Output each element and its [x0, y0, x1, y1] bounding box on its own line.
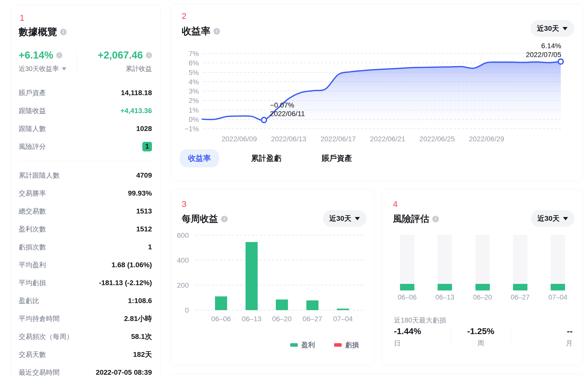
stat-row: 賬戶資產14,118.18	[19, 84, 152, 102]
y-axis-tick: 400	[177, 256, 189, 264]
drawdown-label: 月	[566, 339, 573, 348]
stat-row: 累計跟隨人數4709	[19, 166, 152, 184]
stat-row: 平均持倉時間2.81小時	[19, 310, 152, 328]
stat-label: 跟隨收益	[19, 106, 46, 115]
legend-item[interactable]: 盈利	[290, 340, 315, 349]
area-fill	[202, 62, 561, 131]
rate-tab-2[interactable]: 累計盈虧	[243, 149, 289, 167]
rate-panel-title: 收益率	[182, 25, 210, 38]
stat-row: 最近交易時間2022-07-05 08:39	[19, 363, 152, 377]
y-axis-tick: 1%	[189, 106, 199, 114]
cumulative-profit-label: 累計收益	[126, 64, 152, 73]
y-axis-tick: −1%	[184, 125, 199, 133]
x-axis-tick: 06–13	[242, 315, 261, 323]
x-axis-tick: 2022/06/29	[469, 135, 504, 143]
stat-value: 1512	[136, 225, 152, 233]
data-point-marker	[558, 59, 563, 64]
stat-value: 2.81小時	[124, 314, 152, 324]
stat-value: 182天	[133, 350, 152, 359]
stat-label: 累計跟隨人數	[19, 171, 60, 180]
stat-value: 99.93%	[128, 189, 152, 197]
y-axis-tick: 200	[177, 281, 189, 289]
overview-summary: +6.14% i 近30天收益率 +2,067.46 i 累計收益	[19, 49, 152, 73]
panel-index-1: 1	[20, 13, 152, 22]
stat-label: 交易天數	[19, 350, 46, 359]
risk-drawdown-segment	[551, 284, 565, 290]
stat-row: 平均虧損-181.13 (-2.12%)	[19, 274, 152, 292]
rate-line-chart: 7%6%5%4%3%2%1%0%−1%2022/06/092022/06/132…	[178, 39, 576, 148]
range-dropdown[interactable]: 近30天	[531, 210, 575, 227]
stat-row: 虧損次數1	[19, 238, 152, 256]
stat-value: +4,413.36	[120, 107, 152, 115]
risk-x-labels: 06–0606–1306–2006–2707–04	[400, 293, 565, 301]
info-icon[interactable]: i	[60, 29, 67, 35]
risk-panel: 4 風險評估 i 近30天 06–0606–1306–2006–2707–04 …	[382, 189, 583, 365]
info-icon[interactable]: i	[221, 216, 228, 222]
range-dropdown[interactable]: 近30天	[530, 20, 574, 37]
chevron-down-icon	[355, 217, 360, 220]
chart-legend: 盈利虧損	[290, 340, 359, 349]
max-drawdown-title: 近180天最大虧損	[394, 316, 446, 325]
overview-stats-bottom: 累計跟隨人數4709交易勝率99.93%總交易數1513盈利次數1512虧損次數…	[19, 166, 152, 377]
x-axis-tick: 2022/06/21	[370, 135, 405, 143]
info-icon[interactable]: i	[213, 28, 220, 35]
dashboard-page: 1 數據概覽 i +6.14% i 近30天收益率 +2,067.46 i	[0, 0, 588, 377]
profit-bar	[246, 242, 258, 310]
rate-30d-selector[interactable]: 近30天收益率	[19, 64, 66, 73]
risk-drawdown-segment	[400, 284, 414, 290]
stat-row: 總交易數1513	[19, 202, 152, 220]
data-point-marker	[261, 118, 266, 123]
profit-bar	[337, 309, 349, 310]
rate-tab-1[interactable]: 收益率	[180, 149, 219, 167]
info-icon[interactable]: i	[146, 52, 152, 58]
legend-swatch	[290, 343, 298, 347]
stat-value: 1.68 (1.06%)	[112, 261, 152, 269]
y-axis-tick: 600	[177, 231, 189, 239]
stat-value: 1513	[136, 207, 152, 215]
stat-label: 總交易數	[19, 207, 46, 216]
chart-annotation: 2022/07/05	[526, 51, 561, 59]
risk-drawdown-segment	[475, 284, 490, 290]
x-axis-tick: 2022/06/09	[222, 135, 257, 143]
next-card-partial	[170, 374, 583, 377]
stat-row: 跟隨人數1028	[19, 120, 152, 138]
y-axis-tick: 4%	[189, 78, 199, 86]
legend-label: 盈利	[301, 340, 315, 349]
x-axis-tick: 2022/06/17	[320, 135, 356, 143]
drawdown-value: -1.25%	[467, 326, 494, 336]
stat-value: 58.1次	[131, 332, 152, 341]
info-icon[interactable]: i	[432, 216, 439, 222]
x-axis-tick: 2022/06/13	[271, 135, 306, 143]
chart-annotation: 2022/06/11	[270, 110, 305, 118]
x-axis-tick: 06–06	[400, 293, 414, 301]
risk-bar-chart	[400, 235, 565, 290]
drawdown-item: --月	[511, 326, 573, 346]
y-axis-tick: 2%	[189, 97, 199, 104]
weekly-panel-title: 每周收益	[182, 213, 218, 225]
range-dropdown[interactable]: 近30天	[323, 210, 366, 227]
info-icon[interactable]: i	[56, 52, 62, 58]
stat-label: 賬戶資產	[19, 88, 46, 97]
panel-index-4: 4	[393, 200, 398, 208]
y-axis-tick: 0	[185, 306, 189, 314]
cumulative-profit-value: +2,067.46	[98, 49, 143, 61]
rate-panel: 2 收益率 i 近30天 7%6%5%4%3%2%1%0%−1%2022/06/…	[170, 4, 583, 181]
x-axis-tick: 07–04	[333, 315, 353, 323]
risk-score-badge: 1	[142, 142, 152, 151]
overview-title: 數據概覽	[19, 25, 57, 38]
y-axis-tick: 5%	[189, 69, 199, 76]
legend-item[interactable]: 虧損	[334, 340, 359, 349]
stat-value: 1	[148, 243, 152, 251]
rate-tab-3[interactable]: 賬戶資產	[314, 149, 360, 167]
legend-swatch	[334, 343, 342, 347]
stat-label: 跟隨人數	[19, 124, 46, 133]
overview-stats-top: 賬戶資產14,118.18跟隨收益+4,413.36跟隨人數1028風險評分1	[19, 84, 152, 155]
x-axis-tick: 06–06	[211, 315, 231, 323]
x-axis-tick: 06–13	[438, 293, 452, 301]
stat-row: 平均盈利1.68 (1.06%)	[19, 256, 152, 274]
panel-index-2: 2	[182, 12, 186, 20]
stat-value: -181.13 (-2.12%)	[99, 279, 152, 287]
y-axis-tick: 6%	[189, 59, 199, 67]
stat-label: 盈利次數	[19, 225, 46, 234]
y-axis-tick: 7%	[189, 50, 199, 58]
